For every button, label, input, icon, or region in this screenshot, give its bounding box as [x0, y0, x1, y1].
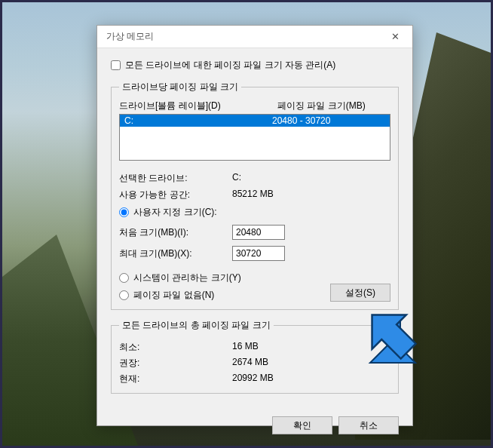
drive-list[interactable]: C: 20480 - 30720: [119, 114, 390, 161]
radio-custom-row: 사용자 지정 크기(C):: [119, 206, 390, 219]
dialog-content: 모든 드라이브에 대한 페이징 파일 크기 자동 관리(A) 드라이브당 페이징…: [97, 48, 412, 410]
per-drive-group: 드라이브당 페이징 파일 크기 드라이브[볼륨 레이블](D) 페이징 파일 크…: [111, 81, 399, 310]
header-size: 페이징 파일 크기(MB): [277, 100, 390, 112]
max-size-label: 최대 크기(MB)(X):: [119, 247, 232, 260]
titlebar: 가상 메모리 ✕: [97, 26, 412, 48]
cancel-button[interactable]: 취소: [338, 416, 399, 434]
available-space-value: 85212 MB: [232, 189, 390, 201]
max-size-row: 최대 크기(MB)(X):: [119, 246, 390, 261]
min-value: 16 MB: [232, 341, 390, 354]
close-icon[interactable]: ✕: [384, 28, 406, 46]
dialog-title: 가상 메모리: [106, 30, 384, 43]
available-space-row: 사용 가능한 공간: 85212 MB: [119, 189, 390, 201]
drive-cell-size: 20480 - 30720: [272, 115, 385, 126]
virtual-memory-dialog: 가상 메모리 ✕ 모든 드라이브에 대한 페이징 파일 크기 자동 관리(A) …: [96, 25, 413, 426]
radio-system-size[interactable]: [119, 273, 129, 283]
header-drive: 드라이브[볼륨 레이블](D): [119, 100, 277, 112]
rec-row: 권장: 2674 MB: [119, 357, 390, 370]
radio-none-label: 페이징 파일 없음(N): [133, 289, 214, 302]
set-button[interactable]: 설정(S): [330, 284, 390, 302]
set-left: 시스템이 관리하는 크기(Y) 페이징 파일 없음(N): [119, 267, 330, 302]
min-row: 최소: 16 MB: [119, 341, 390, 354]
radio-no-paging[interactable]: [119, 290, 129, 300]
drive-list-header: 드라이브[볼륨 레이블](D) 페이징 파일 크기(MB): [119, 100, 390, 112]
radio-custom-size[interactable]: [119, 207, 129, 217]
selected-drive-value: C:: [232, 172, 390, 185]
drive-cell-letter: C:: [124, 115, 272, 126]
selected-drive-row: 선택한 드라이브: C:: [119, 172, 390, 185]
min-label: 최소:: [119, 341, 232, 354]
auto-manage-label: 모든 드라이브에 대한 페이징 파일 크기 자동 관리(A): [125, 59, 335, 72]
cur-value: 20992 MB: [232, 373, 390, 385]
initial-size-input[interactable]: [232, 225, 285, 240]
initial-size-row: 처음 크기(MB)(I):: [119, 225, 390, 240]
radio-none-row: 페이징 파일 없음(N): [119, 289, 330, 302]
selected-drive-label: 선택한 드라이브:: [119, 172, 232, 185]
set-area: 시스템이 관리하는 크기(Y) 페이징 파일 없음(N) 설정(S): [119, 267, 390, 302]
per-drive-legend: 드라이브당 페이징 파일 크기: [119, 81, 241, 94]
available-space-label: 사용 가능한 공간:: [119, 189, 232, 201]
totals-legend: 모든 드라이브의 총 페이징 파일 크기: [119, 319, 274, 332]
rec-label: 권장:: [119, 357, 232, 370]
radio-system-row: 시스템이 관리하는 크기(Y): [119, 272, 330, 284]
cur-row: 현재: 20992 MB: [119, 373, 390, 385]
cur-label: 현재:: [119, 373, 232, 385]
ok-button[interactable]: 확인: [272, 416, 332, 434]
radio-system-label: 시스템이 관리하는 크기(Y): [133, 272, 241, 284]
radio-custom-label: 사용자 지정 크기(C):: [133, 206, 217, 219]
dialog-buttons: 확인 취소: [97, 410, 412, 443]
drive-row[interactable]: C: 20480 - 30720: [120, 115, 390, 127]
auto-manage-checkbox[interactable]: [111, 60, 121, 70]
auto-manage-row: 모든 드라이브에 대한 페이징 파일 크기 자동 관리(A): [111, 59, 399, 72]
max-size-input[interactable]: [232, 246, 285, 261]
rec-value: 2674 MB: [232, 357, 390, 370]
initial-size-label: 처음 크기(MB)(I):: [119, 226, 232, 239]
totals-group: 모든 드라이브의 총 페이징 파일 크기 최소: 16 MB 권장: 2674 …: [111, 319, 399, 394]
